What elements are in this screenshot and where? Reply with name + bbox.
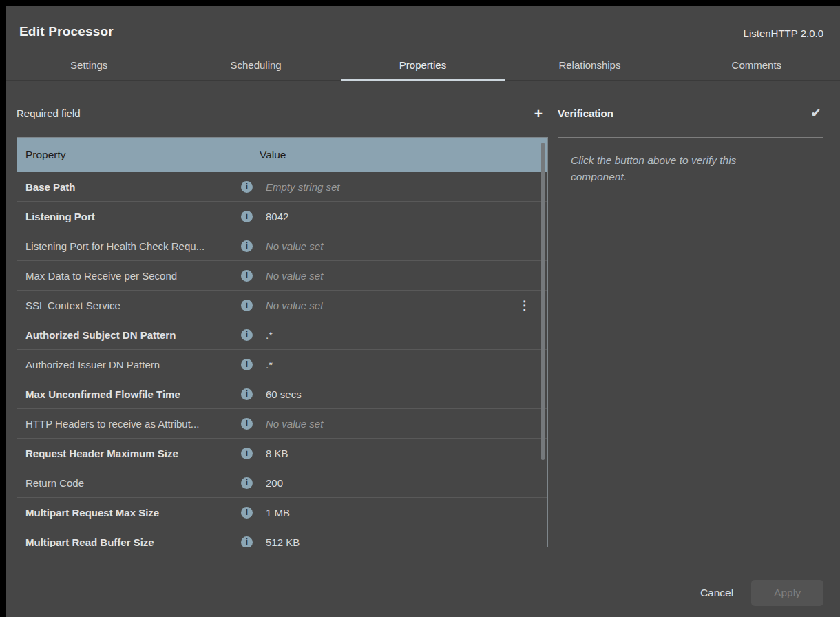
table-row[interactable]: Multipart Request Max Size i 1 MB ⋮	[17, 498, 547, 527]
table-header-row: Property Value	[17, 138, 547, 172]
property-name: Multipart Read Buffer Size	[17, 536, 235, 548]
info-icon[interactable]: i	[241, 477, 253, 489]
tab-relationships[interactable]: Relationships	[506, 50, 673, 80]
property-name: Return Code	[17, 477, 235, 489]
verification-message: Click the button above to verify this co…	[571, 152, 781, 185]
property-name: Max Data to Receive per Second	[17, 270, 235, 282]
tab-label: Properties	[399, 59, 446, 71]
property-value[interactable]: .*	[253, 329, 547, 341]
table-row[interactable]: Max Unconfirmed Flowfile Time i 60 secs …	[17, 379, 547, 409]
property-name: Authorized Issuer DN Pattern	[17, 359, 235, 370]
info-icon[interactable]: i	[241, 181, 253, 193]
column-header-value: Value	[260, 149, 286, 161]
property-name: Listening Port	[17, 211, 235, 222]
table-row[interactable]: SSL Context Service i No value set ⋮	[17, 291, 547, 320]
tab-label: Relationships	[558, 59, 620, 71]
info-icon[interactable]: i	[241, 300, 253, 311]
property-name: Authorized Subject DN Pattern	[17, 329, 235, 341]
verification-panel: Click the button above to verify this co…	[558, 137, 823, 547]
property-name: HTTP Headers to receive as Attribut...	[17, 418, 235, 430]
property-name: Multipart Request Max Size	[17, 507, 235, 519]
tab-label: Comments	[732, 59, 782, 71]
info-icon[interactable]: i	[241, 270, 253, 282]
property-name: Request Header Maximum Size	[17, 448, 235, 459]
table-body: Base Path i Empty string set ⋮ Listening…	[17, 172, 547, 547]
property-value[interactable]: No value set	[253, 270, 547, 282]
property-name: SSL Context Service	[17, 300, 235, 311]
property-name: Max Unconfirmed Flowfile Time	[17, 388, 235, 400]
property-value[interactable]: 8042	[253, 211, 547, 222]
table-row[interactable]: HTTP Headers to receive as Attribut... i…	[17, 409, 547, 439]
property-value[interactable]: 60 secs	[253, 388, 547, 400]
property-value[interactable]: No value set	[253, 418, 547, 430]
property-name: Listening Port for Health Check Requ...	[17, 240, 235, 252]
kebab-menu-icon[interactable]: ⋮	[518, 298, 529, 313]
info-icon[interactable]: i	[241, 418, 253, 430]
properties-table: Property Value Base Path i Empty string …	[17, 137, 548, 547]
tab-properties[interactable]: Properties	[339, 50, 506, 80]
info-icon[interactable]: i	[241, 211, 253, 222]
info-icon[interactable]: i	[241, 536, 253, 548]
active-tab-underline	[341, 79, 505, 81]
property-value[interactable]: No value set	[253, 240, 547, 252]
tab-scheduling[interactable]: Scheduling	[172, 50, 339, 80]
info-icon[interactable]: i	[241, 329, 253, 341]
info-icon[interactable]: i	[241, 448, 253, 459]
verify-check-icon[interactable]: ✔	[808, 106, 823, 121]
info-icon[interactable]: i	[241, 388, 253, 400]
table-row[interactable]: Base Path i Empty string set ⋮	[17, 172, 547, 202]
info-icon[interactable]: i	[241, 359, 253, 370]
properties-section-header: Required field +	[17, 99, 548, 127]
tab-comments[interactable]: Comments	[673, 50, 840, 80]
property-value[interactable]: No value set	[253, 300, 518, 311]
add-property-icon[interactable]: +	[529, 106, 548, 121]
cancel-button[interactable]: Cancel	[693, 580, 741, 606]
table-scrollbar-thumb[interactable]	[541, 143, 545, 460]
table-row[interactable]: Listening Port i 8042 ⋮	[17, 202, 547, 231]
info-icon[interactable]: i	[241, 240, 253, 252]
table-row[interactable]: Authorized Subject DN Pattern i .* ⋮	[17, 320, 547, 350]
edit-processor-dialog: Edit Processor ListenHTTP 2.0.0 Settings…	[6, 6, 840, 617]
verification-section-header: Verification ✔	[558, 99, 823, 127]
required-field-label: Required field	[17, 107, 81, 119]
property-name: Base Path	[17, 181, 235, 193]
table-row[interactable]: Multipart Read Buffer Size i 512 KB ⋮	[17, 527, 547, 547]
property-value[interactable]: 200	[253, 477, 547, 489]
info-icon[interactable]: i	[241, 507, 253, 519]
tab-label: Scheduling	[230, 59, 281, 71]
table-row[interactable]: Request Header Maximum Size i 8 KB ⋮	[17, 439, 547, 468]
property-value[interactable]: 512 KB	[253, 536, 547, 548]
verification-label: Verification	[558, 107, 613, 119]
dialog-title: Edit Processor	[19, 24, 114, 39]
column-header-property: Property	[17, 149, 260, 161]
property-value[interactable]: 8 KB	[253, 448, 547, 459]
tab-settings[interactable]: Settings	[6, 50, 172, 80]
table-row[interactable]: Listening Port for Health Check Requ... …	[17, 231, 547, 261]
property-value[interactable]: Empty string set	[253, 181, 547, 193]
property-value[interactable]: 1 MB	[253, 507, 547, 519]
tab-label: Settings	[70, 59, 107, 71]
processor-version: ListenHTTP 2.0.0	[744, 28, 823, 39]
tab-bar: SettingsSchedulingPropertiesRelationship…	[6, 50, 840, 81]
table-row[interactable]: Return Code i 200 ⋮	[17, 468, 547, 498]
apply-button[interactable]: Apply	[751, 580, 823, 606]
table-row[interactable]: Max Data to Receive per Second i No valu…	[17, 261, 547, 291]
table-row[interactable]: Authorized Issuer DN Pattern i .* ⋮	[17, 350, 547, 379]
property-value[interactable]: .*	[253, 359, 547, 370]
